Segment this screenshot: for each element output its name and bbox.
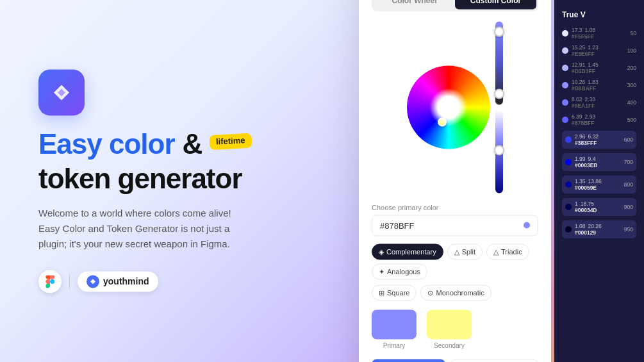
color-wheel[interactable] <box>407 65 490 149</box>
shade-info: 1.35 13.86 #00059E <box>575 178 621 191</box>
shade-label: 300 <box>627 82 636 88</box>
shade-dot <box>565 136 572 143</box>
primary-chip-label: Primary <box>372 341 417 349</box>
split-label: Split <box>462 248 475 256</box>
description-text: Welcome to a world where colors come ali… <box>38 206 244 252</box>
shade-row: 1.35 13.86 #00059E 800 <box>562 176 636 193</box>
shade-hex: #00059E <box>575 185 621 191</box>
color-input-field[interactable]: #878BFF <box>372 215 538 236</box>
primary-chip-item: Primary <box>372 309 417 349</box>
primary-color-chip[interactable] <box>372 309 417 339</box>
shade-nums: 10.26 1.83 <box>572 79 624 85</box>
brightness-slider[interactable] <box>495 21 503 104</box>
shade-hex: #9EA1FF <box>572 103 624 109</box>
sliders-column <box>495 21 503 193</box>
shade-dot <box>562 82 568 88</box>
shade-info: 15.25 1.23 #E5E6FF <box>572 44 624 57</box>
brightness-handle-top[interactable] <box>494 26 504 37</box>
shade-info: 1.99 9.4 #0003EB <box>575 156 621 169</box>
shade-info: 2.96 6.32 #383FFF <box>575 133 621 146</box>
shade-nums: 8.02 2.33 <box>572 96 624 103</box>
harmony-triadic[interactable]: △ Triadic <box>486 243 529 259</box>
tab-color-wheel[interactable]: Color Wheel <box>374 0 455 9</box>
shade-dot <box>565 204 572 210</box>
analogous-label: Analogous <box>387 268 420 276</box>
shade-row: 10.26 1.83 #B8BAFF 300 <box>562 79 636 92</box>
secondary-chip-item: Secondary <box>427 309 472 349</box>
shade-info: 1 18.75 #00034D <box>575 201 621 213</box>
shade-label: 50 <box>631 30 636 37</box>
harmony-row-1: ◈ Complementary △ Split △ Triadic ✦ Anal… <box>372 243 538 279</box>
headline-blue: Easy color <box>38 128 175 161</box>
complementary-label: Complementary <box>386 248 436 256</box>
shade-info: 10.26 1.83 #B8BAFF <box>572 79 624 92</box>
shade-info: 8.02 2.33 #9EA1FF <box>572 96 624 109</box>
hue-handle[interactable] <box>494 145 504 155</box>
shade-hex: #E5E6FF <box>572 51 624 57</box>
brightness-handle-bottom[interactable] <box>494 88 504 99</box>
color-input-label: Choose primary color <box>372 203 538 211</box>
monochromatic-label: Monochromatic <box>436 289 484 297</box>
harmony-complementary[interactable]: ◈ Complementary <box>372 243 443 259</box>
harmony-monochromatic[interactable]: ⊙ Monochromatic <box>420 284 491 300</box>
action-row: ⟳ Generate Add Semantic Color → <box>372 359 538 362</box>
semantic-color-button[interactable]: Add Semantic Color → <box>450 359 538 362</box>
wheel-dot-primary[interactable] <box>446 101 455 110</box>
shade-label: 600 <box>624 136 633 143</box>
shade-nums: 1 18.75 <box>575 201 621 207</box>
harmony-row-2: ⊞ Square ⊙ Monochromatic <box>372 284 538 300</box>
headline-line2: token generator <box>38 163 269 196</box>
shade-label: 200 <box>627 65 636 71</box>
shade-label: 400 <box>627 99 636 106</box>
shade-nums: 2.96 6.32 <box>575 133 621 140</box>
wheel-dot-secondary[interactable] <box>438 117 447 126</box>
shade-nums: 12.91 1.45 <box>572 62 624 68</box>
harmony-square[interactable]: ⊞ Square <box>372 284 417 300</box>
harmony-analogous[interactable]: ✦ Analogous <box>372 263 427 279</box>
left-section: Easy color & lifetime token generator We… <box>38 69 269 293</box>
shade-dot <box>565 159 572 165</box>
shade-label: 900 <box>624 204 633 210</box>
hue-slider[interactable] <box>495 110 503 193</box>
monochromatic-icon: ⊙ <box>427 288 433 297</box>
generate-button[interactable]: ⟳ Generate <box>372 359 445 362</box>
ampersand: & <box>183 128 202 161</box>
shade-hex: #D1D3FF <box>572 68 624 74</box>
right-panel: True V 17.3 1.08 #F5F5FF 50 15.25 1.23 #… <box>554 0 644 362</box>
shade-hex: #000129 <box>575 229 621 236</box>
shade-dot <box>565 226 572 233</box>
shade-label: 700 <box>624 159 633 165</box>
shade-dot <box>562 65 568 71</box>
shade-dot <box>562 30 568 37</box>
tab-row: Color Wheel Custom Color <box>372 0 538 11</box>
color-chips-row: Primary Secondary <box>372 309 538 349</box>
shade-row: 6.39 2.93 #878BFF 500 <box>562 113 636 126</box>
shade-dot <box>565 181 572 188</box>
shade-dot <box>562 117 568 123</box>
shade-list: 17.3 1.08 #F5F5FF 50 15.25 1.23 #E5E6FF … <box>562 27 636 238</box>
shade-nums: 15.25 1.23 <box>572 44 624 51</box>
right-panel-header: True V <box>562 10 636 19</box>
plugin-card: Easy Color And Token Generator Color Whe… <box>359 0 551 362</box>
complementary-icon: ◈ <box>379 247 384 256</box>
shade-nums: 6.39 2.93 <box>572 113 624 120</box>
shade-nums: 1.99 9.4 <box>575 156 621 162</box>
color-dot-indicator <box>524 222 530 229</box>
color-input-value: #878BFF <box>380 220 414 230</box>
app-logo <box>38 69 85 115</box>
shade-label: 800 <box>624 181 633 188</box>
shade-nums: 1.08 20.26 <box>575 223 621 229</box>
harmony-split[interactable]: △ Split <box>447 243 483 259</box>
shade-label: 500 <box>627 117 636 123</box>
youmind-logo: youthmind <box>78 271 158 292</box>
shade-hex: #B8BAFF <box>572 85 624 92</box>
shade-label: 950 <box>624 226 633 233</box>
shade-nums: 1.35 13.86 <box>575 178 621 185</box>
secondary-chip-label: Secondary <box>427 341 472 349</box>
secondary-color-chip[interactable] <box>427 309 472 339</box>
shade-row: 8.02 2.33 #9EA1FF 400 <box>562 96 636 109</box>
figma-icon <box>38 270 62 293</box>
shade-info: 17.3 1.08 #F5F5FF <box>572 27 627 40</box>
split-icon: △ <box>454 247 459 256</box>
tab-custom-color[interactable]: Custom Color <box>455 0 536 9</box>
